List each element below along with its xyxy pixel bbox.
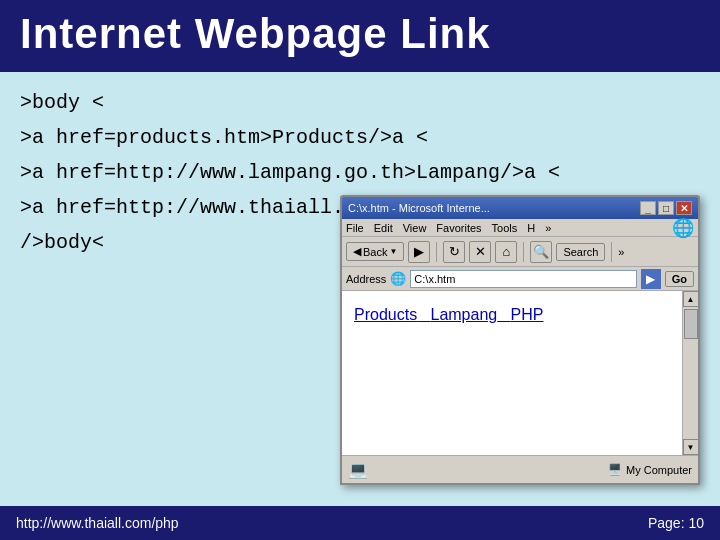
status-computer-label: My Computer xyxy=(626,464,692,476)
address-go-arrow[interactable]: ▶ xyxy=(641,269,661,289)
menu-tools[interactable]: Tools xyxy=(492,222,518,234)
browser-toolbar: ◀ Back ▼ ▶ ↻ ✕ ⌂ 🔍 Search » xyxy=(342,237,698,267)
toolbar-separator-2 xyxy=(523,242,524,262)
code-line-2: >a href=products.htm>Products/>a < xyxy=(20,121,700,154)
scrollbar-track: ▲ ▼ xyxy=(682,291,698,455)
browser-titlebar: C:\x.htm - Microsoft Interne... _ □ ✕ xyxy=(342,197,698,219)
go-arrow-icon: ▶ xyxy=(646,272,655,286)
go-button[interactable]: Go xyxy=(665,271,694,287)
browser-window-controls: _ □ ✕ xyxy=(640,201,692,215)
toolbar-separator-1 xyxy=(436,242,437,262)
back-button[interactable]: ◀ Back ▼ xyxy=(346,242,404,261)
scrollbar-down-button[interactable]: ▼ xyxy=(683,439,699,455)
address-label: Address xyxy=(346,273,386,285)
close-button[interactable]: ✕ xyxy=(676,201,692,215)
menu-edit[interactable]: Edit xyxy=(374,222,393,234)
menu-file[interactable]: File xyxy=(346,222,364,234)
browser-window: C:\x.htm - Microsoft Interne... _ □ ✕ Fi… xyxy=(340,195,700,485)
search-label: Search xyxy=(563,246,598,258)
browser-menubar: File Edit View Favorites Tools H » 🌐 xyxy=(342,219,698,237)
footer-bar: http://www.thaiall.com/php Page: 10 xyxy=(0,506,720,540)
page-title: Internet Webpage Link xyxy=(0,0,720,72)
toolbar-chevron: » xyxy=(618,246,624,258)
browser-page-links: Products Lampang PHP xyxy=(354,301,686,330)
link-products[interactable]: Products xyxy=(354,306,417,323)
search-button[interactable]: Search xyxy=(556,243,605,261)
browser-status-computer: 🖥️ My Computer xyxy=(608,463,692,476)
stop-icon: ✕ xyxy=(475,244,486,259)
search-icon-btn[interactable]: 🔍 xyxy=(530,241,552,263)
home-icon: ⌂ xyxy=(502,244,510,259)
forward-button[interactable]: ▶ xyxy=(408,241,430,263)
refresh-button[interactable]: ↻ xyxy=(443,241,465,263)
browser-statusbar: 💻 🖥️ My Computer xyxy=(342,455,698,483)
code-line-1: >body < xyxy=(20,86,700,119)
minimize-button[interactable]: _ xyxy=(640,201,656,215)
menu-view[interactable]: View xyxy=(403,222,427,234)
address-input[interactable] xyxy=(410,270,636,288)
home-button[interactable]: ⌂ xyxy=(495,241,517,263)
maximize-button[interactable]: □ xyxy=(658,201,674,215)
computer-icon: 🖥️ xyxy=(608,463,622,476)
toolbar-separator-3 xyxy=(611,242,612,262)
browser-content: Products Lampang PHP xyxy=(342,291,698,455)
scrollbar-thumb[interactable] xyxy=(684,309,698,339)
menu-chevron[interactable]: » xyxy=(545,222,551,234)
footer-url: http://www.thaiall.com/php xyxy=(16,515,179,531)
link-lampang[interactable]: Lampang xyxy=(430,306,497,323)
back-dropdown-icon: ▼ xyxy=(389,247,397,256)
browser-addressbar: Address 🌐 ▶ Go xyxy=(342,267,698,291)
stop-button[interactable]: ✕ xyxy=(469,241,491,263)
forward-icon: ▶ xyxy=(414,244,424,259)
scrollbar-up-button[interactable]: ▲ xyxy=(683,291,699,307)
search-magnifier-icon: 🔍 xyxy=(533,244,549,259)
refresh-icon: ↻ xyxy=(449,244,460,259)
code-line-3: >a href=http://www.lampang.go.th>Lampang… xyxy=(20,156,700,189)
back-arrow-icon: ◀ xyxy=(353,245,361,258)
browser-status-icon: 💻 xyxy=(348,460,368,479)
menu-help[interactable]: H xyxy=(527,222,535,234)
link-php[interactable]: PHP xyxy=(511,306,544,323)
back-label: Back xyxy=(363,246,387,258)
menu-favorites[interactable]: Favorites xyxy=(436,222,481,234)
browser-title-text: C:\x.htm - Microsoft Interne... xyxy=(348,202,490,214)
ie-logo-icon: 🌐 xyxy=(672,217,694,239)
footer-page: Page: 10 xyxy=(648,515,704,531)
address-icon: 🌐 xyxy=(390,271,406,286)
